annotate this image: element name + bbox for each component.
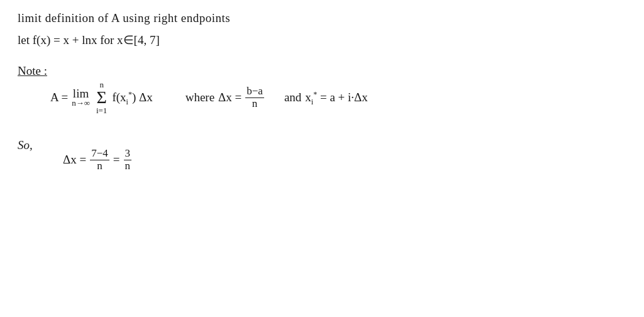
equals-sign: = [113, 153, 120, 167]
function-term: f(xi*) Δx [112, 91, 152, 104]
sigma-bottom: i=1 [96, 106, 107, 114]
title-line: limit definition of A using right endpoi… [18, 11, 230, 25]
delta-x-label: Δx = [63, 153, 86, 167]
main-formula: A = lim n→∞ n Σ i=1 f(xi*) Δx where Δx =… [50, 81, 368, 114]
lim-subscript: n→∞ [72, 98, 90, 108]
xi-star-def: xi* = a + i·Δx [305, 91, 367, 104]
fraction-3-over-n: 3 n [124, 148, 132, 172]
delta-calculation: Δx = 7−4 n = 3 n [63, 148, 131, 172]
xi-star-sup: * [128, 90, 132, 99]
delta-x-equals: Δx = [218, 91, 242, 104]
fraction-denominator: n [251, 98, 259, 110]
so-label: So, [18, 138, 33, 152]
limit-notation: lim n→∞ [72, 87, 90, 108]
denominator-n: n [96, 160, 104, 172]
a-equals: A = [50, 91, 68, 104]
fraction-numerator: b−a [245, 86, 264, 98]
fraction-7-4-over-n: 7−4 n [90, 148, 109, 172]
numerator-3: 3 [124, 148, 132, 160]
where-text: where [186, 91, 214, 104]
fraction-ba-over-n: b−a n [245, 86, 264, 109]
xi-sup2: * [313, 90, 317, 99]
and-text: and [284, 91, 301, 104]
sigma-symbol: Σ [97, 89, 107, 106]
summation-symbol: n Σ i=1 [96, 81, 107, 114]
note-label: Note : [18, 64, 47, 78]
numerator-7-4: 7−4 [90, 148, 109, 160]
let-line: let f(x) = x + lnx for x∈[4, 7] [18, 33, 160, 47]
denominator-n2: n [124, 160, 132, 172]
